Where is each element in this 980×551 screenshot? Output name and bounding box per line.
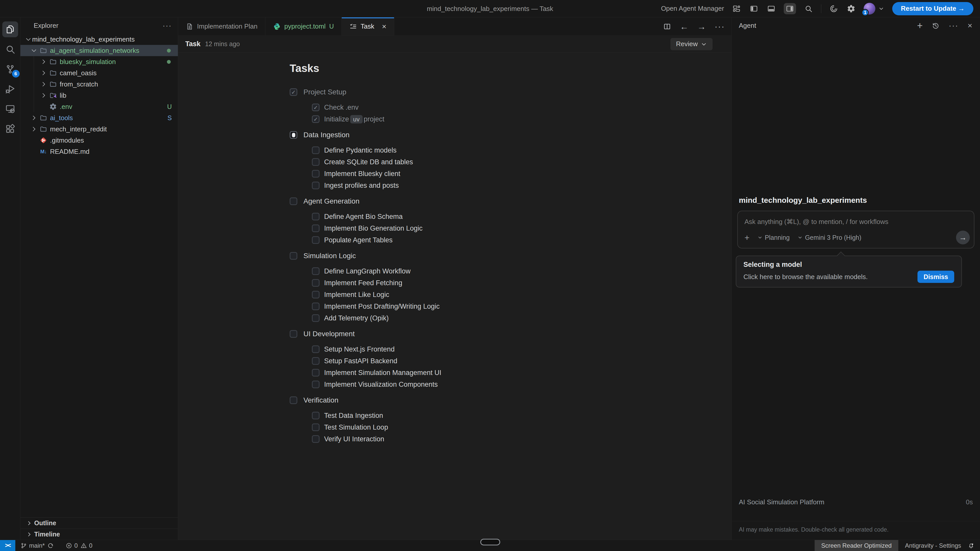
tree-item--env[interactable]: .envU: [21, 101, 178, 112]
screen-reader-item[interactable]: Screen Reader Optimized: [815, 540, 898, 551]
settings-gear-icon[interactable]: [846, 4, 856, 14]
git-branch-item[interactable]: main*: [21, 542, 45, 549]
section-checkbox[interactable]: [290, 197, 298, 205]
tree-item-ai-tools[interactable]: ai_toolsS: [21, 112, 178, 124]
task-document: Tasks Project SetupCheck .envInitializeu…: [178, 52, 732, 540]
tree-item-ai-agent-simulation-networks[interactable]: ai_agent_simulation_networks: [21, 45, 178, 56]
task-checkbox[interactable]: [312, 158, 320, 166]
tab-pyproject-toml[interactable]: pyproject.tomlU: [266, 17, 342, 35]
restart-to-update-button[interactable]: Restart to Update →: [892, 2, 974, 15]
task-checkbox[interactable]: [312, 115, 320, 123]
tab-implementation-plan[interactable]: Implementation Plan: [178, 17, 266, 35]
task-checkbox[interactable]: [312, 146, 320, 154]
send-button[interactable]: →: [956, 230, 970, 245]
model-selector[interactable]: Gemini 3 Pro (High): [797, 234, 861, 241]
customize-layout-icon[interactable]: [732, 4, 741, 14]
section-checkbox[interactable]: [290, 396, 298, 404]
task-checkbox[interactable]: [312, 314, 320, 322]
tree-item-label: mind_technology_lab_experiments: [32, 35, 135, 43]
task-checkbox[interactable]: [312, 291, 320, 299]
task-label: Setup FastAPI Backend: [324, 357, 397, 365]
sync-icon[interactable]: [47, 542, 54, 549]
panel-drag-handle[interactable]: [480, 539, 500, 545]
tree-item-readme-md[interactable]: M↓README.md: [21, 146, 178, 157]
timeline-section[interactable]: Timeline: [21, 529, 178, 540]
task-checkbox[interactable]: [312, 224, 320, 232]
search-icon: [5, 44, 16, 55]
agent-task-row[interactable]: AI Social Simulation Platform 0s: [739, 498, 973, 506]
folder-icon: [39, 125, 48, 133]
task-checkbox[interactable]: [312, 357, 320, 365]
activity-bar-item-remote-terminal[interactable]: [2, 101, 18, 117]
tree-item-bluesky-simulation[interactable]: bluesky_simulation: [21, 56, 178, 67]
app-logo-icon[interactable]: [829, 4, 838, 14]
agent-more-actions-icon[interactable]: ···: [948, 24, 958, 27]
task-checkbox[interactable]: [312, 236, 320, 244]
task-checkbox[interactable]: [312, 369, 320, 376]
dismiss-button[interactable]: Dismiss: [918, 271, 954, 283]
history-icon[interactable]: [932, 22, 939, 29]
task-checkbox[interactable]: [312, 267, 320, 275]
problems-errors[interactable]: 0: [65, 542, 78, 549]
activity-bar-item-extensions[interactable]: [2, 121, 18, 137]
agent-task-duration: 0s: [966, 498, 973, 506]
close-tab-icon[interactable]: ×: [382, 23, 387, 30]
explorer-icon: [5, 24, 16, 35]
activity-bar-item-source-control[interactable]: 6: [2, 61, 18, 77]
tree-item-mind-technology-lab-experiments[interactable]: mind_technology_lab_experiments: [21, 34, 178, 45]
tab-task[interactable]: Task×: [342, 17, 394, 35]
search-icon[interactable]: [803, 4, 813, 14]
toggle-left-panel-icon[interactable]: [749, 4, 759, 14]
account-menu[interactable]: 1: [864, 3, 885, 14]
outline-section[interactable]: Outline: [21, 517, 178, 529]
review-button[interactable]: Review: [670, 38, 713, 50]
task-checkbox[interactable]: [312, 103, 320, 111]
task-checkbox[interactable]: [312, 381, 320, 388]
split-editor-icon[interactable]: [663, 22, 671, 30]
explorer-more-actions-icon[interactable]: ···: [162, 21, 172, 30]
agent-input-box[interactable]: Ask anything (⌘L), @ to mention, / for w…: [737, 211, 974, 248]
task-checkbox[interactable]: [312, 412, 320, 419]
task-checkbox[interactable]: [312, 424, 320, 431]
tree-item-from-scratch[interactable]: from_scratch: [21, 79, 178, 90]
task-checkbox[interactable]: [312, 213, 320, 221]
tree-item-lib[interactable]: lib: [21, 90, 178, 101]
activity-bar-item-search[interactable]: [2, 41, 18, 57]
task-label: Initializeuvproject: [324, 115, 384, 123]
navigate-forward-icon[interactable]: →: [697, 22, 706, 31]
mode-selector[interactable]: Planning: [757, 234, 790, 241]
problems-warnings[interactable]: 0: [80, 542, 92, 549]
tree-item--gitmodules[interactable]: .gitmodules: [21, 135, 178, 146]
activity-bar-item-run-debug[interactable]: [2, 81, 18, 97]
new-conversation-icon[interactable]: +: [917, 21, 923, 30]
task-checkbox[interactable]: [312, 182, 320, 189]
section-checkbox[interactable]: [290, 88, 298, 96]
navigate-back-icon[interactable]: ←: [680, 22, 689, 31]
branch-icon: [21, 542, 27, 549]
task-title: Task: [185, 40, 200, 48]
tree-item-mech-interp-reddit[interactable]: mech_interp_reddit: [21, 124, 178, 135]
tree-item-camel-oasis[interactable]: camel_oasis: [21, 67, 178, 79]
task-checkbox[interactable]: [312, 170, 320, 178]
task-label: Implement Bio Generation Logic: [324, 224, 423, 232]
toggle-right-panel-icon[interactable]: [784, 3, 796, 14]
task-checkbox[interactable]: [312, 345, 320, 353]
editor-more-actions-icon[interactable]: ···: [714, 24, 725, 29]
activity-bar-item-explorer[interactable]: [2, 21, 18, 37]
toggle-bottom-panel-icon[interactable]: [767, 4, 776, 14]
open-agent-manager-button[interactable]: Open Agent Manager: [661, 5, 724, 13]
remote-indicator[interactable]: ><: [0, 540, 15, 551]
section-label: Verification: [304, 396, 339, 404]
task-timestamp: 12 mins ago: [205, 40, 240, 48]
section-checkbox[interactable]: [290, 330, 298, 338]
attach-icon[interactable]: +: [745, 233, 749, 242]
task-checkbox[interactable]: [312, 303, 320, 310]
section-checkbox[interactable]: [290, 131, 298, 139]
notifications-bell-icon[interactable]: [968, 542, 980, 549]
task-checkbox[interactable]: [312, 435, 320, 443]
section-checkbox[interactable]: [290, 252, 298, 260]
antigravity-settings-item[interactable]: Antigravity - Settings: [898, 542, 968, 549]
close-panel-icon[interactable]: ×: [967, 21, 972, 30]
task-checkbox[interactable]: [312, 279, 320, 287]
task-section: Agent GenerationDefine Agent Bio SchemaI…: [290, 195, 732, 246]
